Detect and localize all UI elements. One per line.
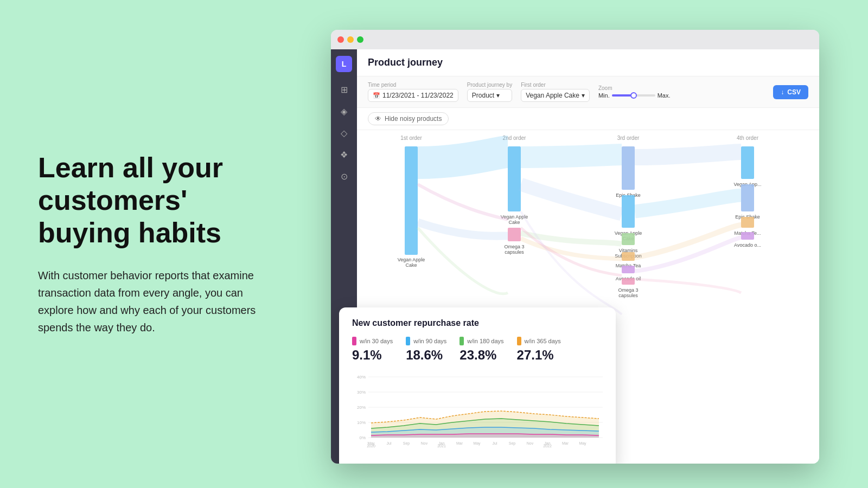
svg-text:2022: 2022 [543,444,552,447]
svg-text:Cake: Cake [508,220,520,225]
metrics-row: w/in 30 days 9.1% w/in 90 days 18.6% [357,337,603,363]
svg-text:Epic Shake: Epic Shake [616,192,641,198]
first-order-select[interactable]: Vegan Apple Cake ▾ [521,89,590,102]
svg-text:Epic Shake: Epic Shake [735,214,760,220]
svg-text:Jul: Jul [387,441,392,445]
svg-text:Sep: Sep [509,441,516,446]
svg-rect-10 [508,228,521,241]
svg-text:capsules: capsules [618,293,638,298]
mini-chart: 40% 30% 20% 10% 0% [357,371,603,458]
svg-rect-7 [508,146,521,211]
svg-text:Avocado o...: Avocado o... [734,242,761,248]
filters-row: Time period 📅 11/23/2021 - 11/23/2022 Pr… [357,76,819,108]
svg-text:2021: 2021 [437,444,446,447]
svg-rect-15 [622,195,635,228]
svg-text:Vegan Apple: Vegan Apple [615,230,642,236]
svg-text:Mar: Mar [456,441,463,445]
metric-90-days: w/in 90 days 18.6% [406,337,446,363]
metric-365-value: 27.1% [517,348,561,363]
sidebar-logo: L [336,56,352,72]
headline: Learn all your customers' buying habits [38,152,277,249]
zoom-max-label: Max. [658,92,671,99]
svg-text:Subscription: Subscription [615,253,642,259]
svg-text:2020: 2020 [367,444,375,447]
metric-30-period: w/in 30 days [357,337,393,345]
sidebar-icon-target[interactable]: ⊙ [335,168,353,185]
metric-30-days: w/in 30 days 9.1% [357,337,393,363]
metric-90-period: w/in 90 days [406,337,446,345]
svg-text:1st order: 1st order [400,135,422,141]
subtext: With customer behavior reports that exam… [38,267,277,336]
svg-text:40%: 40% [357,375,366,380]
metric-180-days: w/in 180 days 23.8% [459,337,503,363]
tooltip-title: New customer repurchase rate [357,318,603,328]
zoom-slider[interactable] [612,94,655,97]
time-period-value: 11/23/2021 - 11/23/2022 [382,92,454,99]
svg-text:10%: 10% [357,420,366,425]
svg-rect-23 [622,266,635,273]
first-order-value: Vegan Apple Cake [526,92,579,99]
time-period-select[interactable]: 📅 11/23/2021 - 11/23/2022 [368,89,458,102]
metric-365-dot [517,337,521,345]
left-panel: Learn all your customers' buying habits … [0,119,315,368]
journey-by-label: Product journey by [467,82,512,88]
svg-text:Matcha Te...: Matcha Te... [735,230,761,236]
download-icon: ↓ [781,88,784,96]
svg-text:capsules: capsules [505,249,524,255]
svg-text:Omega 3: Omega 3 [504,244,524,249]
svg-text:2nd order: 2nd order [503,135,526,141]
metric-90-value: 18.6% [406,348,446,363]
csv-label: CSV [787,88,801,96]
svg-text:Sep: Sep [403,441,410,446]
svg-rect-25 [622,278,635,285]
window-minimize-dot[interactable] [347,36,354,43]
svg-text:Matcha Tea: Matcha Tea [616,263,641,268]
svg-text:Jul: Jul [493,441,497,445]
browser-titlebar [331,30,819,49]
metric-90-dot [406,337,410,345]
zoom-label: Zoom [598,85,671,91]
sidebar-icon-diamond[interactable]: ◈ [335,102,353,120]
svg-text:Mar: Mar [562,441,569,445]
svg-text:30%: 30% [357,390,366,395]
eye-icon: 👁 [375,115,381,123]
svg-rect-34 [741,232,754,240]
zoom-slider-thumb [630,92,637,99]
hide-noisy-button[interactable]: 👁 Hide noisy products [368,112,449,125]
csv-button[interactable]: ↓ CSV [773,85,808,99]
sidebar-icon-shape[interactable]: ◇ [335,124,353,142]
page-header: Product journey [357,49,819,76]
metric-30-value: 9.1% [357,348,393,363]
svg-rect-13 [622,146,635,190]
metric-30-label: w/in 30 days [360,338,393,344]
svg-text:0%: 0% [359,435,366,440]
journey-by-filter: Product journey by Product ▾ [467,82,512,102]
window-maximize-dot[interactable] [357,36,363,43]
browser-content: L ⊞ ◈ ◇ ❖ ⊙ Product journey Time period [331,49,819,464]
svg-text:May: May [473,441,481,446]
svg-text:20%: 20% [357,405,366,410]
calendar-icon: 📅 [373,92,380,99]
sidebar-icon-grid[interactable]: ⊞ [335,81,353,98]
svg-rect-18 [622,233,635,245]
svg-rect-4 [405,146,418,255]
metric-180-value: 23.8% [459,348,503,363]
svg-text:Cake: Cake [405,262,417,268]
page-title: Product journey [368,57,443,68]
zoom-min-label: Min. [598,92,610,99]
svg-text:Cake: Cake [622,236,634,241]
journey-by-select[interactable]: Product ▾ [467,89,512,102]
sankey-svg: 1st order 2nd order 3rd order 4th order … [357,130,819,336]
tooltip-card: New customer repurchase rate w/in 30 day… [357,307,616,464]
time-period-label: Time period [368,82,458,88]
metric-90-label: w/in 90 days [413,338,446,344]
zoom-group: Zoom Min. Max. [598,85,671,99]
sankey-area: 1st order 2nd order 3rd order 4th order … [357,130,819,336]
svg-text:Omega 3: Omega 3 [618,287,638,293]
window-close-dot[interactable] [337,36,344,43]
hide-noisy-label: Hide noisy products [385,115,442,123]
metric-180-label: w/in 180 days [467,338,503,344]
metric-180-dot [459,337,464,345]
journey-by-value: Product [472,92,494,99]
sidebar-icon-star[interactable]: ❖ [335,146,353,163]
